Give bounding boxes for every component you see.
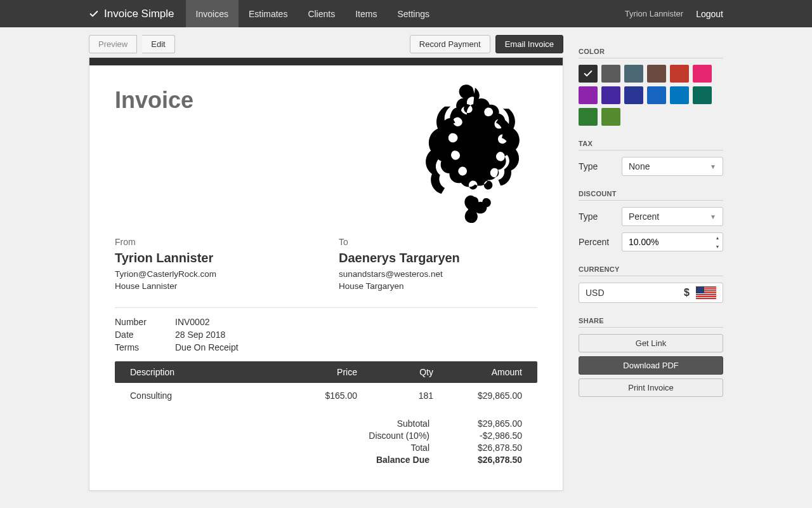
total-label: Total (334, 443, 436, 453)
subtotal-value: $29,865.00 (436, 418, 537, 429)
discount-type-value: Percent (629, 211, 659, 222)
discount-percent-label: Percent (579, 237, 614, 247)
meta-terms-label: Terms (115, 342, 175, 352)
doc-logo (410, 83, 537, 223)
nav-tab-invoices[interactable]: Invoices (186, 0, 239, 27)
item-qty: 181 (357, 391, 433, 401)
top-nav: Invoice Simple Invoices Estimates Client… (0, 0, 812, 27)
currency-select[interactable]: USD $ (579, 283, 723, 303)
to-party: To Daenerys Targaryen sunandstars@wester… (339, 237, 537, 293)
color-swatches (579, 65, 723, 126)
color-swatch[interactable] (601, 65, 620, 83)
check-icon (89, 9, 99, 19)
main-nav-tabs: Invoices Estimates Clients Items Setting… (186, 0, 440, 27)
color-swatch[interactable] (693, 65, 712, 83)
number-stepper: ▲ ▼ (712, 233, 723, 251)
meta-terms-value: Due On Receipt (175, 342, 239, 352)
brand[interactable]: Invoice Simple (89, 8, 186, 20)
color-swatch[interactable] (579, 86, 598, 104)
color-swatch[interactable] (647, 65, 666, 83)
meta-date-label: Date (115, 330, 175, 340)
doc-title: Invoice (115, 87, 193, 114)
color-swatch[interactable] (624, 65, 643, 83)
get-link-button[interactable]: Get Link (579, 334, 723, 352)
nav-tab-items[interactable]: Items (345, 0, 387, 27)
to-label: To (339, 237, 537, 247)
divider (115, 307, 537, 308)
col-qty-label: Qty (357, 367, 433, 377)
from-name: Tyrion Lannister (115, 251, 313, 265)
from-label: From (115, 237, 313, 247)
tax-type-value: None (629, 161, 650, 171)
currency-panel-title: CURRENCY (579, 265, 723, 276)
view-toggle: Preview Edit (89, 35, 175, 53)
color-swatch[interactable] (647, 86, 666, 104)
balance-label: Balance Due (334, 455, 436, 465)
from-party: From Tyrion Lannister Tyrion@CasterlyRoc… (115, 237, 313, 293)
discount-label: Discount (10%) (334, 431, 436, 441)
sidebar: COLOR TAX Type None ▼ DISCOUNT Type Perc… (579, 35, 723, 411)
tax-panel: TAX Type None ▼ (579, 140, 723, 176)
preview-button[interactable]: Preview (89, 35, 137, 53)
col-price-label: Price (268, 367, 357, 377)
chevron-down-icon: ▼ (710, 163, 716, 170)
download-pdf-button[interactable]: Download PDF (579, 356, 723, 375)
color-swatch[interactable] (624, 86, 643, 104)
discount-type-select[interactable]: Percent ▼ (622, 207, 723, 226)
nav-right: Tyrion Lannister Logout (625, 9, 812, 19)
current-user[interactable]: Tyrion Lannister (625, 9, 684, 18)
lion-logo-icon (414, 83, 534, 223)
tax-type-label: Type (579, 161, 614, 171)
nav-tab-settings[interactable]: Settings (387, 0, 440, 27)
color-swatch[interactable] (579, 65, 598, 83)
discount-value: -$2,986.50 (436, 431, 537, 441)
share-panel-title: SHARE (579, 317, 723, 328)
invoice-meta: Number INV0002 Date 28 Sep 2018 Terms Du… (115, 317, 537, 352)
print-invoice-button[interactable]: Print Invoice (579, 378, 723, 397)
to-name: Daenerys Targaryen (339, 251, 537, 265)
from-email: Tyrion@CasterlyRock.com (115, 269, 313, 279)
totals: Subtotal $29,865.00 Discount (10%) -$2,9… (115, 418, 537, 465)
col-desc-label: Description (130, 367, 268, 377)
subtotal-label: Subtotal (334, 418, 436, 429)
email-invoice-button[interactable]: Email Invoice (495, 35, 563, 53)
nav-tab-estimates[interactable]: Estimates (239, 0, 298, 27)
currency-code: USD (586, 288, 678, 298)
share-panel: SHARE Get Link Download PDF Print Invoic… (579, 317, 723, 397)
chevron-down-icon: ▼ (710, 213, 716, 220)
tax-type-select[interactable]: None ▼ (622, 157, 723, 176)
color-swatch[interactable] (579, 108, 598, 126)
toolbar: Preview Edit Record Payment Email Invoic… (89, 35, 563, 53)
record-payment-button[interactable]: Record Payment (410, 35, 490, 53)
col-amount-label: Amount (433, 367, 522, 377)
color-swatch[interactable] (693, 86, 712, 104)
balance-value: $26,878.50 (436, 455, 537, 465)
color-swatch[interactable] (601, 86, 620, 104)
currency-symbol: $ (684, 287, 690, 298)
discount-type-label: Type (579, 211, 614, 222)
logout-link[interactable]: Logout (696, 9, 723, 19)
discount-percent-input[interactable] (622, 232, 723, 251)
item-desc: Consulting (130, 391, 268, 401)
nav-tab-clients[interactable]: Clients (298, 0, 345, 27)
currency-panel: CURRENCY USD $ (579, 265, 723, 303)
total-value: $26,878.50 (436, 443, 537, 453)
us-flag-icon (696, 286, 716, 299)
to-org: House Targaryen (339, 281, 537, 291)
stepper-down-button[interactable]: ▼ (712, 242, 723, 251)
color-swatch[interactable] (670, 86, 689, 104)
edit-button[interactable]: Edit (142, 35, 174, 53)
color-swatch[interactable] (670, 65, 689, 83)
stepper-up-button[interactable]: ▲ (712, 233, 723, 242)
brand-label: Invoice Simple (104, 8, 174, 20)
from-org: House Lannister (115, 281, 313, 291)
color-panel: COLOR (579, 48, 723, 126)
item-price: $165.00 (268, 391, 357, 401)
meta-date-value: 28 Sep 2018 (175, 330, 225, 340)
meta-number-value: INV0002 (175, 317, 209, 327)
color-swatch[interactable] (601, 108, 620, 126)
discount-panel-title: DISCOUNT (579, 190, 723, 201)
item-amount: $29,865.00 (433, 391, 522, 401)
to-email: sunandstars@westeros.net (339, 269, 537, 279)
check-icon (583, 69, 593, 79)
